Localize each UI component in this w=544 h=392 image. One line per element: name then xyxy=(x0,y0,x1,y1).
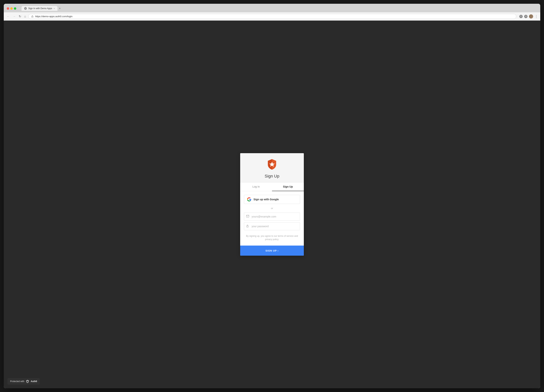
email-input-wrapper xyxy=(244,213,300,220)
home-button[interactable]: ⌂ xyxy=(24,14,27,19)
tab-close-icon[interactable]: × xyxy=(53,7,55,10)
signup-button-label: SIGN UP › xyxy=(266,249,278,252)
browser-window: Sign In with Demo Apps × + ← → ↻ ⌂ https… xyxy=(4,4,540,388)
google-signup-button[interactable]: Sign up with Google xyxy=(244,195,300,204)
forward-button[interactable]: → xyxy=(12,14,17,19)
profile-avatar[interactable] xyxy=(529,14,533,18)
password-input[interactable] xyxy=(244,222,300,230)
signup-button[interactable]: SIGN UP › xyxy=(240,246,304,256)
back-button[interactable]: ← xyxy=(6,14,11,19)
page-content: Sign Up Log In Sign Up xyxy=(4,21,540,388)
svg-point-9 xyxy=(247,226,248,227)
minimize-button[interactable] xyxy=(10,7,13,10)
auth0-badge: Protected with Auth0 xyxy=(7,378,40,385)
widget-tabs: Log In Sign Up xyxy=(240,183,304,191)
extensions-icon[interactable]: ✦ xyxy=(524,15,527,18)
refresh-button[interactable]: ↻ xyxy=(18,14,22,19)
google-button-label: Sign up with Google xyxy=(254,198,279,201)
google-logo-icon xyxy=(247,197,251,202)
email-icon xyxy=(246,215,249,218)
new-tab-button[interactable]: + xyxy=(58,6,62,11)
tab-login[interactable]: Log In xyxy=(240,183,272,191)
auth0-shield-logo xyxy=(266,159,278,170)
tab-title: Sign In with Demo Apps xyxy=(28,7,52,10)
title-bar: Sign In with Demo Apps × + xyxy=(4,4,540,12)
password-input-wrapper xyxy=(244,222,300,230)
address-bar[interactable]: https://demo-apps.auth0.com/login xyxy=(28,14,516,19)
terms-text: By signing up, you agree to our terms of… xyxy=(244,232,300,242)
or-divider: or xyxy=(244,207,300,210)
widget-title: Sign Up xyxy=(244,174,300,179)
badge-prefix-text: Protected with xyxy=(10,380,24,383)
widget-header: Sign Up xyxy=(240,153,304,183)
maximize-button[interactable] xyxy=(14,7,16,10)
email-input[interactable] xyxy=(244,213,300,220)
lock-icon xyxy=(31,15,34,18)
widget-body: Sign up with Google or xyxy=(240,191,304,246)
active-tab[interactable]: Sign In with Demo Apps × xyxy=(22,6,58,11)
lock-icon xyxy=(246,225,249,228)
info-icon[interactable]: ℹ xyxy=(519,15,523,18)
svg-rect-5 xyxy=(32,16,33,17)
auth-widget: Sign Up Log In Sign Up xyxy=(240,153,304,256)
badge-brand-text: Auth0 xyxy=(31,380,37,383)
toolbar-icons: ℹ ✦ ⋮ xyxy=(519,14,538,18)
auth0-logo-icon xyxy=(26,380,29,383)
menu-icon[interactable]: ⋮ xyxy=(535,14,538,18)
toolbar: ← → ↻ ⌂ https://demo-apps.auth0.com/logi… xyxy=(4,12,540,21)
url-text: https://demo-apps.auth0.com/login xyxy=(35,15,514,18)
close-button[interactable] xyxy=(7,7,9,10)
tab-favicon-icon xyxy=(24,7,27,10)
tab-bar: Sign In with Demo Apps × + xyxy=(22,6,537,11)
traffic-lights xyxy=(7,7,16,10)
tab-signup[interactable]: Sign Up xyxy=(272,183,304,191)
svg-rect-7 xyxy=(246,215,249,217)
